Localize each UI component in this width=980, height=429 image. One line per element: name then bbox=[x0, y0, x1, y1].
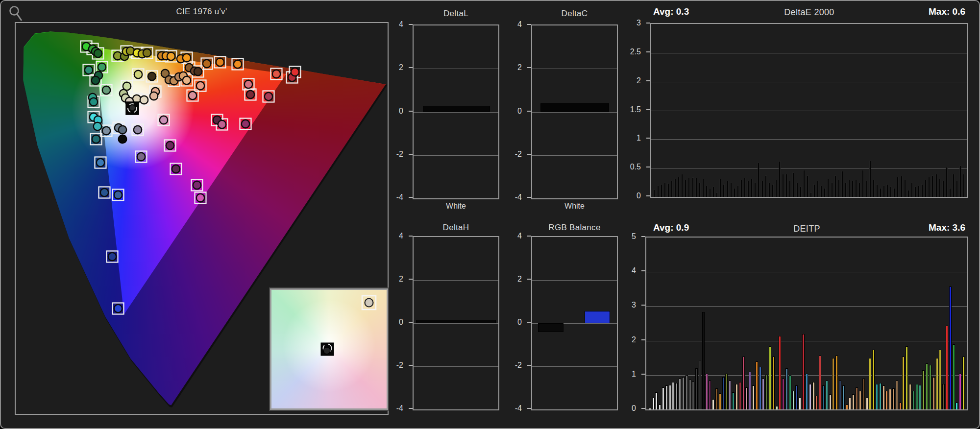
deitp-bar bbox=[879, 383, 882, 409]
measured-point bbox=[218, 120, 226, 128]
deltae-bar bbox=[852, 181, 854, 197]
tick-label: 4 bbox=[399, 232, 403, 240]
deltae-bar bbox=[768, 183, 770, 197]
measured-point bbox=[193, 181, 201, 189]
deltae-bar bbox=[820, 186, 822, 197]
deitp-bar bbox=[662, 387, 664, 409]
deitp-bar bbox=[672, 382, 674, 409]
deitp-bar bbox=[885, 391, 888, 409]
deitp-bar bbox=[739, 382, 741, 409]
measured-point bbox=[134, 126, 142, 134]
deltae-bar bbox=[931, 175, 933, 197]
deltae-bar bbox=[727, 181, 729, 197]
deitp-bar bbox=[819, 356, 821, 409]
deitp-bar bbox=[939, 350, 941, 409]
measured-point bbox=[272, 70, 280, 78]
zero-bar bbox=[416, 320, 496, 323]
deitp-bar bbox=[835, 356, 838, 409]
measured-point bbox=[137, 153, 145, 161]
deitp-bar bbox=[815, 396, 818, 409]
deitp-bar bbox=[942, 384, 945, 409]
deitp-bar bbox=[826, 381, 828, 409]
deltae-bar bbox=[664, 183, 666, 197]
tick-mark bbox=[527, 322, 531, 323]
deltae-bar bbox=[914, 187, 916, 197]
deltae-bar bbox=[866, 181, 868, 197]
deltae-bar bbox=[716, 192, 718, 197]
deltae-bar bbox=[928, 177, 930, 197]
deltal-chart bbox=[413, 24, 499, 199]
gridline bbox=[414, 366, 498, 367]
gridline bbox=[414, 155, 498, 156]
tick-label: 3 bbox=[632, 301, 636, 310]
measured-point bbox=[183, 76, 191, 84]
measured-point bbox=[150, 92, 158, 100]
deltae-bar bbox=[709, 188, 711, 197]
cie-chart-title: CIE 1976 u'v' bbox=[15, 7, 389, 17]
measured-point bbox=[119, 126, 126, 134]
deitp-max: Max: 3.6 bbox=[650, 222, 965, 233]
deltae-bar bbox=[813, 184, 815, 197]
deltae-bar bbox=[810, 192, 812, 197]
deitp-bar bbox=[832, 358, 834, 409]
measured-point bbox=[97, 159, 104, 167]
tick-label: 2 bbox=[399, 275, 403, 284]
deltae-bar bbox=[789, 181, 791, 197]
deltae-bar bbox=[719, 179, 721, 197]
tick-label: -2 bbox=[396, 150, 403, 159]
deltae-bar bbox=[841, 171, 843, 197]
deltae-bar bbox=[921, 184, 923, 197]
deltae-bar bbox=[963, 174, 965, 197]
deltah-title: DeltaH bbox=[398, 223, 514, 233]
deitp-bar bbox=[949, 286, 952, 409]
deitp-bar bbox=[652, 398, 655, 409]
tick-mark bbox=[409, 408, 413, 409]
deltae-bar bbox=[834, 175, 836, 197]
deitp-bar bbox=[782, 379, 784, 409]
deltae-bar bbox=[758, 163, 760, 197]
tick-label: 4 bbox=[399, 20, 403, 29]
deltae-bar bbox=[883, 186, 885, 197]
tick-label: -2 bbox=[515, 150, 522, 159]
measured-point bbox=[90, 98, 98, 106]
tick-mark bbox=[409, 24, 413, 25]
deitp-bar bbox=[742, 357, 745, 409]
measured-point bbox=[102, 86, 110, 94]
measured-point bbox=[102, 127, 110, 135]
deltah-y-axis: 420-2-4 bbox=[388, 236, 409, 410]
measured-point bbox=[203, 60, 211, 68]
deitp-bar bbox=[695, 368, 698, 409]
tick-label: 2 bbox=[632, 335, 636, 344]
inset-markers-layer bbox=[271, 290, 387, 408]
tick-mark bbox=[409, 279, 413, 280]
deltae-bar bbox=[949, 188, 951, 197]
measured-point bbox=[143, 49, 151, 57]
deitp-bar bbox=[779, 336, 781, 409]
measured-point bbox=[94, 49, 102, 57]
deltae-bar bbox=[702, 179, 704, 197]
measured-point bbox=[265, 93, 272, 100]
deltae-bar bbox=[723, 184, 725, 197]
deltae-bar bbox=[765, 175, 767, 197]
gridline bbox=[414, 323, 498, 324]
deltae-bar bbox=[803, 170, 805, 197]
deltae-bar bbox=[747, 181, 749, 197]
deitp-bar bbox=[926, 363, 928, 409]
gridline bbox=[646, 272, 967, 272]
deitp-bar bbox=[722, 377, 725, 409]
deltal-x-label: White bbox=[413, 202, 499, 211]
gridline bbox=[414, 112, 498, 113]
deltae-bar bbox=[740, 180, 742, 197]
deitp-bar bbox=[882, 385, 885, 409]
deltae-bar bbox=[667, 183, 669, 197]
deitp-bar bbox=[792, 391, 795, 409]
deltae-bar bbox=[779, 161, 781, 197]
deitp-bar bbox=[902, 357, 905, 409]
deitp-bar bbox=[709, 381, 711, 409]
deltae2000-chart bbox=[650, 23, 968, 198]
deitp-bar bbox=[706, 374, 708, 409]
measured-point bbox=[148, 72, 156, 80]
deltae2000-y-axis: 32.521.510.50 bbox=[626, 23, 646, 198]
deltal-y-axis: 420-2-4 bbox=[388, 24, 409, 199]
deitp-bar bbox=[932, 377, 935, 409]
